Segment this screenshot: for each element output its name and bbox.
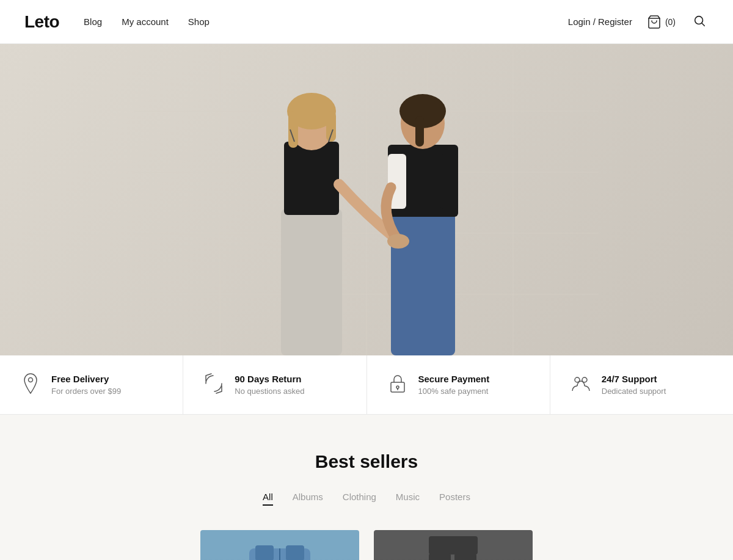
product-card[interactable] [374, 530, 533, 560]
svg-rect-17 [288, 111, 298, 148]
svg-rect-18 [326, 111, 336, 142]
svg-rect-30 [391, 382, 404, 392]
svg-line-2 [702, 23, 704, 26]
features-bar: Free Delivery For orders over $99 90 Day… [0, 355, 733, 415]
svg-rect-41 [454, 553, 476, 560]
header-left: Leto Blog My account Shop [24, 12, 210, 32]
cart-count: (0) [665, 17, 676, 27]
lock-icon [387, 373, 409, 397]
hero-figures [134, 50, 599, 355]
svg-rect-13 [281, 209, 342, 355]
header-right: Login / Register (0) [568, 12, 709, 32]
feature-90-days-return: 90 Days Return No questions asked [183, 355, 366, 414]
best-sellers-section: Best sellers All Albums Clothing Music P… [0, 415, 733, 560]
svg-rect-39 [429, 536, 478, 555]
feature-90-days-return-title: 90 Days Return [235, 374, 304, 384]
feature-secure-payment-sub: 100% safe payment [418, 387, 490, 396]
svg-point-28 [387, 234, 409, 249]
location-pin-icon [20, 373, 42, 397]
svg-point-29 [29, 378, 33, 382]
feature-support: 24/7 Support Dedicated support [550, 355, 733, 414]
tab-albums[interactable]: Albums [293, 489, 323, 506]
filter-tabs: All Albums Clothing Music Posters [24, 489, 709, 506]
cart-icon [647, 15, 662, 29]
site-logo[interactable]: Leto [24, 12, 59, 32]
search-button[interactable] [690, 12, 709, 32]
nav-blog[interactable]: Blog [84, 16, 102, 27]
svg-rect-36 [255, 545, 274, 560]
feature-free-delivery: Free Delivery For orders over $99 [0, 355, 183, 414]
feature-secure-payment: Secure Payment 100% safe payment [367, 355, 550, 414]
main-nav: Blog My account Shop [84, 16, 210, 27]
login-register-link[interactable]: Login / Register [568, 16, 632, 27]
return-arrows-icon [203, 373, 225, 397]
svg-rect-21 [391, 212, 455, 355]
hero-section [0, 44, 733, 355]
product-image-left [237, 536, 323, 560]
svg-rect-37 [286, 545, 304, 560]
product-row [24, 530, 709, 560]
search-icon [693, 14, 706, 27]
tab-all[interactable]: All [263, 489, 273, 506]
site-header: Leto Blog My account Shop Login / Regist… [0, 0, 733, 44]
product-image-right [410, 536, 496, 560]
svg-rect-14 [284, 142, 339, 215]
feature-support-title: 24/7 Support [602, 374, 666, 384]
feature-secure-payment-title: Secure Payment [418, 374, 490, 384]
svg-rect-40 [429, 553, 451, 560]
feature-free-delivery-title: Free Delivery [51, 374, 121, 384]
nav-shop[interactable]: Shop [188, 16, 210, 27]
best-sellers-title: Best sellers [24, 451, 709, 472]
feature-free-delivery-sub: For orders over $99 [51, 387, 121, 396]
svg-point-31 [396, 386, 399, 388]
tab-posters[interactable]: Posters [439, 489, 470, 506]
svg-point-1 [695, 16, 703, 24]
tab-music[interactable]: Music [396, 489, 420, 506]
svg-rect-24 [440, 154, 458, 209]
tab-clothing[interactable]: Clothing [343, 489, 376, 506]
product-card[interactable] [200, 530, 359, 560]
feature-90-days-return-sub: No questions asked [235, 387, 304, 396]
nav-my-account[interactable]: My account [122, 16, 169, 27]
svg-rect-27 [415, 116, 424, 147]
cart-button[interactable]: (0) [647, 15, 676, 29]
people-icon [570, 373, 592, 397]
feature-support-sub: Dedicated support [602, 387, 666, 396]
